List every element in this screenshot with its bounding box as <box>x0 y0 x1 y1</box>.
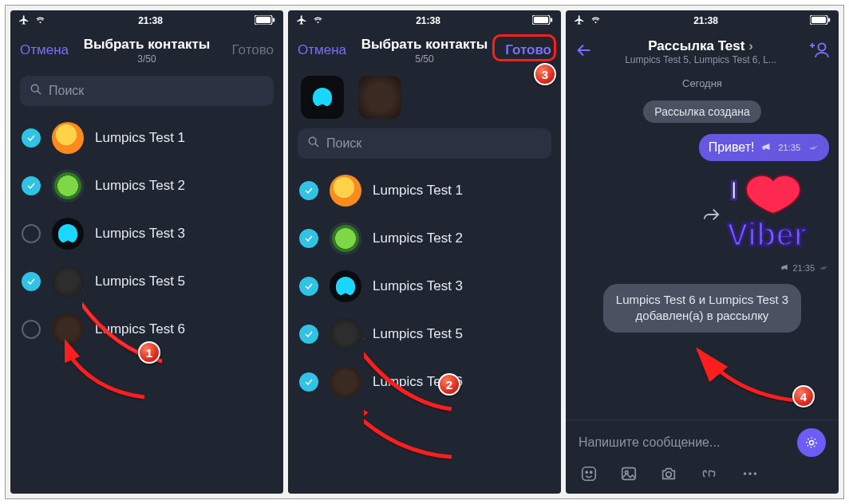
svg-rect-6 <box>534 17 548 23</box>
avatar <box>52 313 84 345</box>
avatar <box>330 366 361 398</box>
svg-text:I: I <box>730 175 737 205</box>
svg-rect-24 <box>622 468 636 480</box>
contact-row[interactable]: Lumpics Test 6 <box>288 358 561 406</box>
system-pill-added: Lumpics Test 6 и Lumpics Test 3 добавлен… <box>603 284 801 333</box>
airplane-mode-icon <box>18 14 30 28</box>
svg-rect-7 <box>551 18 552 22</box>
contact-row[interactable]: Lumpics Test 3 <box>288 262 561 310</box>
contact-name: Lumpics Test 1 <box>95 130 185 146</box>
contact-row[interactable]: Lumpics Test 1 <box>288 167 561 215</box>
sticker-picker-icon[interactable] <box>580 465 598 486</box>
system-line-2: добавлен(а) в рассылку <box>616 308 788 324</box>
checkbox[interactable] <box>22 272 41 291</box>
status-bar: 21:38 <box>10 10 283 31</box>
chat-title-area[interactable]: Рассылка Test › Lumpics Test 5, Lumpics … <box>601 38 800 65</box>
search-input[interactable]: Поиск <box>298 128 551 159</box>
done-button[interactable]: Готово <box>232 42 274 58</box>
seen-icon <box>818 263 829 273</box>
svg-rect-12 <box>828 18 830 22</box>
svg-point-23 <box>590 471 592 473</box>
contact-row[interactable]: Lumpics Test 6 <box>10 305 283 353</box>
contact-name: Lumpics Test 2 <box>373 230 463 246</box>
checkbox[interactable] <box>299 181 318 200</box>
status-time: 21:38 <box>693 15 718 26</box>
checkbox[interactable] <box>299 372 318 392</box>
checkbox[interactable] <box>299 229 318 248</box>
back-button[interactable] <box>575 41 593 62</box>
svg-point-19 <box>809 440 813 444</box>
checkbox[interactable] <box>22 224 41 243</box>
camera-icon[interactable] <box>660 465 677 486</box>
screen-3-broadcast-chat: 21:38 Рассылка Test › Lumpics Test 5, Lu… <box>566 10 839 494</box>
svg-point-27 <box>744 472 747 475</box>
checkbox[interactable] <box>299 277 318 296</box>
contacts-list: Lumpics Test 1Lumpics Test 2Lumpics Test… <box>288 167 561 406</box>
contact-name: Lumpics Test 5 <box>373 326 463 342</box>
svg-line-4 <box>38 91 41 94</box>
status-bar: 21:38 <box>288 10 561 31</box>
avatar <box>330 318 361 350</box>
contact-name: Lumpics Test 3 <box>95 226 185 242</box>
contact-row[interactable]: Lumpics Test 2 <box>10 162 283 210</box>
forward-icon[interactable] <box>703 206 721 226</box>
search-icon <box>307 136 320 152</box>
search-placeholder: Поиск <box>49 84 84 98</box>
avatar <box>52 170 84 202</box>
gallery-icon[interactable] <box>620 465 638 486</box>
battery-icon <box>810 15 831 27</box>
battery-icon <box>532 15 553 27</box>
svg-rect-1 <box>256 17 270 23</box>
contact-row[interactable]: Lumpics Test 5 <box>10 258 283 305</box>
contact-name: Lumpics Test 2 <box>95 178 185 194</box>
svg-rect-21 <box>582 467 596 481</box>
more-icon[interactable] <box>741 465 759 486</box>
contact-name: Lumpics Test 6 <box>373 374 463 390</box>
wifi-icon <box>34 15 46 27</box>
day-label: Сегодня <box>682 77 722 89</box>
search-icon <box>30 83 42 99</box>
selected-avatar[interactable] <box>301 76 344 119</box>
contact-row[interactable]: Lumpics Test 3 <box>10 210 283 258</box>
cancel-button[interactable]: Отмена <box>298 42 346 58</box>
status-bar: 21:38 <box>566 10 839 31</box>
airplane-mode-icon <box>296 14 307 28</box>
message-text: Привет! <box>709 140 755 155</box>
cancel-button[interactable]: Отмена <box>20 42 69 58</box>
svg-line-9 <box>315 144 318 147</box>
contact-name: Lumpics Test 3 <box>373 278 463 294</box>
avatar <box>330 222 361 254</box>
svg-point-28 <box>748 472 752 475</box>
checkbox[interactable] <box>22 176 41 195</box>
avatar <box>330 270 361 302</box>
chat-body[interactable]: Сегодня Рассылка создана Привет! 21:35 <box>566 73 839 419</box>
checkbox[interactable] <box>22 128 41 148</box>
avatar <box>52 122 84 154</box>
wifi-icon <box>312 15 324 27</box>
svg-point-16 <box>819 44 826 51</box>
contact-row[interactable]: Lumpics Test 5 <box>288 310 561 358</box>
composer: Напишите сообщение... <box>566 419 839 494</box>
wifi-icon <box>590 15 602 27</box>
message-outgoing[interactable]: Привет! 21:35 <box>699 134 829 161</box>
selected-avatar[interactable] <box>358 76 401 119</box>
svg-point-8 <box>309 137 316 144</box>
sticker-i-love-viber[interactable]: I Viber <box>725 172 829 260</box>
compose-placeholder[interactable]: Напишите сообщение... <box>579 435 720 450</box>
nav-title: Выбрать контакты <box>361 37 488 53</box>
broadcast-icon <box>760 140 772 155</box>
svg-point-22 <box>586 471 587 473</box>
search-input[interactable]: Поиск <box>20 76 274 106</box>
selected-avatars-strip <box>288 69 561 122</box>
send-voice-button[interactable] <box>797 428 826 457</box>
contact-row[interactable]: Lumpics Test 1 <box>10 114 283 162</box>
screen-1-select-contacts: 21:38 Отмена Выбрать контакты 3/50 Готов… <box>10 10 283 494</box>
checkbox[interactable] <box>299 325 318 344</box>
status-time: 21:38 <box>138 15 163 26</box>
nav-counter: 5/50 <box>361 53 488 65</box>
contact-row[interactable]: Lumpics Test 2 <box>288 215 561 262</box>
checkbox[interactable] <box>22 320 41 339</box>
gif-icon[interactable] <box>700 465 719 486</box>
add-participant-button[interactable] <box>808 41 829 62</box>
svg-point-26 <box>666 472 671 477</box>
